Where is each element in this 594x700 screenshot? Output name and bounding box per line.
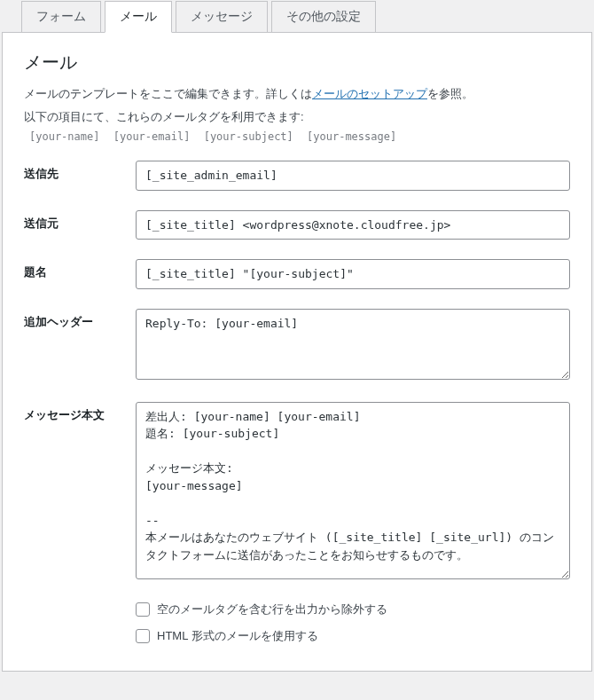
sender-input[interactable]	[136, 210, 570, 240]
use-html-label[interactable]: HTML 形式のメールを使用する	[157, 628, 318, 644]
panel-description: メールのテンプレートをここで編集できます。詳しくはメールのセットアップを参照。	[24, 85, 570, 103]
mail-tag-your-name[interactable]: [your-name]	[29, 130, 99, 143]
exclude-blank-label[interactable]: 空のメールタグを含む行を出力から除外する	[157, 602, 387, 617]
row-sender: 送信元	[24, 210, 570, 240]
row-subject: 題名	[24, 259, 570, 289]
label-subject: 題名	[24, 259, 136, 280]
row-recipient: 送信先	[24, 161, 570, 191]
label-headers: 追加ヘッダー	[24, 309, 136, 330]
label-sender: 送信元	[24, 210, 136, 232]
tabs: フォーム メール メッセージ その他の設定	[0, 0, 594, 32]
tab-messages[interactable]: メッセージ	[176, 1, 268, 33]
headers-textarea[interactable]: Reply-To: [your-email]	[136, 309, 570, 380]
panel-description-2: 以下の項目にて、これらのメールタグを利用できます:	[24, 108, 570, 126]
tab-mail[interactable]: メール	[105, 1, 172, 33]
body-textarea[interactable]: 差出人: [your-name] [your-email] 題名: [your-…	[136, 402, 570, 579]
panel-heading: メール	[24, 51, 570, 75]
mail-panel: メール メールのテンプレートをここで編集できます。詳しくはメールのセットアップを…	[2, 32, 592, 672]
use-html-checkbox[interactable]	[136, 629, 150, 643]
label-body: メッセージ本文	[24, 402, 136, 423]
mail-setup-link[interactable]: メールのセットアップ	[312, 87, 427, 100]
mail-tags: [your-name] [your-email] [your-subject] …	[24, 130, 570, 143]
row-headers: 追加ヘッダー Reply-To: [your-email]	[24, 309, 570, 382]
recipient-input[interactable]	[136, 161, 570, 191]
mail-tag-your-message[interactable]: [your-message]	[307, 130, 396, 143]
row-body: メッセージ本文 差出人: [your-name] [your-email] 題名…	[24, 402, 570, 582]
checkbox-row-exclude-blank: 空のメールタグを含む行を出力から除外する	[136, 602, 570, 617]
tab-other[interactable]: その他の設定	[271, 1, 376, 33]
subject-input[interactable]	[136, 259, 570, 289]
exclude-blank-checkbox[interactable]	[136, 602, 150, 617]
checkbox-row-use-html: HTML 形式のメールを使用する	[136, 628, 570, 644]
checkboxes: 空のメールタグを含む行を出力から除外する HTML 形式のメールを使用する	[136, 602, 570, 644]
tab-form[interactable]: フォーム	[21, 1, 101, 33]
mail-tag-your-email[interactable]: [your-email]	[113, 130, 191, 143]
mail-tag-your-subject[interactable]: [your-subject]	[204, 130, 293, 143]
label-recipient: 送信先	[24, 161, 136, 182]
